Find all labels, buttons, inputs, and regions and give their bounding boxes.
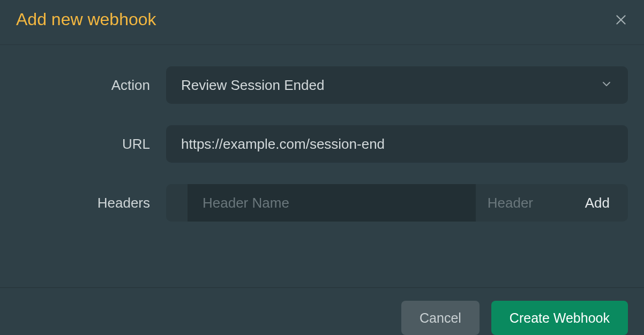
action-label: Action (16, 77, 150, 94)
header-name-input[interactable] (188, 184, 476, 222)
close-icon[interactable] (614, 13, 628, 27)
header-value-input[interactable] (476, 184, 567, 222)
modal-header: Add new webhook (0, 0, 644, 45)
url-input[interactable] (166, 125, 628, 163)
action-row: Action Review Session Ended (16, 66, 628, 104)
action-select-value: Review Session Ended (181, 77, 324, 94)
chevron-down-icon (600, 78, 613, 93)
url-label: URL (16, 136, 150, 153)
headers-input-group: Add (166, 184, 628, 222)
url-row: URL (16, 125, 628, 163)
add-webhook-modal: Add new webhook Action Review Session En… (0, 0, 644, 335)
headers-row: Headers Add (16, 184, 628, 222)
cancel-button[interactable]: Cancel (401, 301, 480, 335)
modal-footer: Cancel Create Webhook (0, 287, 644, 335)
add-header-button[interactable]: Add (567, 184, 628, 222)
action-select[interactable]: Review Session Ended (166, 66, 628, 104)
headers-label: Headers (16, 195, 150, 211)
modal-title: Add new webhook (16, 10, 156, 29)
modal-body: Action Review Session Ended URL Headers … (0, 45, 644, 287)
create-webhook-button[interactable]: Create Webhook (491, 301, 628, 335)
